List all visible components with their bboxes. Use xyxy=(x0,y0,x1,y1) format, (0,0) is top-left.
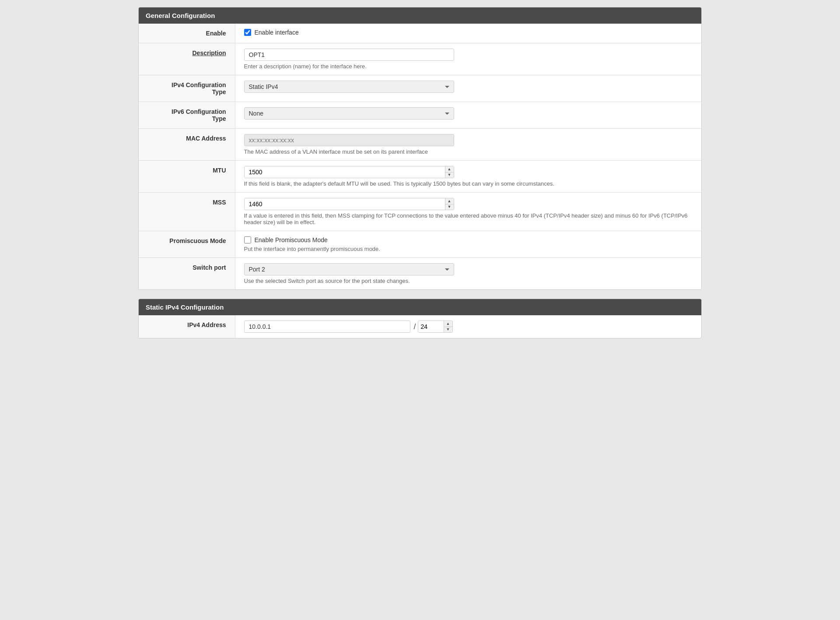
switch-port-label: Switch port xyxy=(139,258,235,290)
ipv4-address-input-row: / ▲ ▼ xyxy=(244,321,693,333)
description-help-text: Enter a description (name) for the inter… xyxy=(244,63,693,70)
enable-interface-checkbox[interactable] xyxy=(244,29,251,36)
static-ipv4-config-title: Static IPv4 Configuration xyxy=(146,303,224,311)
enable-row: Enable Enable interface xyxy=(139,24,701,43)
mss-row: MSS ▲ ▼ If a value is entered in this fi… xyxy=(139,193,701,231)
ipv4-config-type-label: IPv4 ConfigurationType xyxy=(139,75,235,102)
description-label: Description xyxy=(139,43,235,75)
static-ipv4-config-section: Static IPv4 Configuration IPv4 Address / xyxy=(138,299,702,338)
mtu-row: MTU ▲ ▼ If this field is blank, the adap… xyxy=(139,161,701,193)
switch-port-help-text: Use the selected Switch port as source f… xyxy=(244,278,693,284)
promiscuous-mode-help-text: Put the interface into permanently promi… xyxy=(244,246,693,252)
general-config-header: General Configuration xyxy=(139,7,701,24)
ipv4-config-type-value-cell: None Static IPv4 DHCP PPP PPPoE PPTP L2T… xyxy=(235,75,701,102)
promiscuous-checkbox-row: Enable Promiscuous Mode xyxy=(244,236,693,243)
promiscuous-mode-checkbox-label: Enable Promiscuous Mode xyxy=(255,236,328,243)
mss-label: MSS xyxy=(139,193,235,231)
mss-decrement-button[interactable]: ▼ xyxy=(445,204,454,210)
ipv6-config-type-select[interactable]: None Static IPv6 DHCPv6 SLAAC 6rd Tunnel… xyxy=(244,107,454,120)
description-input[interactable] xyxy=(244,49,454,61)
mss-input[interactable] xyxy=(245,198,445,210)
ipv4-config-type-row: IPv4 ConfigurationType None Static IPv4 … xyxy=(139,75,701,102)
enable-label: Enable xyxy=(139,24,235,43)
mac-address-label: MAC Address xyxy=(139,129,235,161)
cidr-increment-button[interactable]: ▲ xyxy=(444,321,452,327)
promiscuous-mode-row: Promiscuous Mode Enable Promiscuous Mode… xyxy=(139,231,701,258)
mtu-value-cell: ▲ ▼ If this field is blank, the adapter'… xyxy=(235,161,701,193)
cidr-decrement-button[interactable]: ▼ xyxy=(444,327,452,333)
mac-address-row: MAC Address The MAC address of a VLAN in… xyxy=(139,129,701,161)
ipv6-config-type-row: IPv6 ConfigurationType None Static IPv6 … xyxy=(139,102,701,129)
cidr-input[interactable] xyxy=(418,321,444,332)
mtu-help-text: If this field is blank, the adapter's de… xyxy=(244,180,693,187)
general-config-section: General Configuration Enable Enable inte… xyxy=(138,7,702,290)
cidr-spinner-buttons: ▲ ▼ xyxy=(444,321,452,332)
promiscuous-mode-checkbox[interactable] xyxy=(244,236,251,243)
mac-address-value-cell: The MAC address of a VLAN interface must… xyxy=(235,129,701,161)
cidr-spinner: ▲ ▼ xyxy=(418,321,453,333)
cidr-slash: / xyxy=(414,322,416,331)
general-config-table: Enable Enable interface Description Ente… xyxy=(139,24,701,289)
mac-address-input xyxy=(244,134,454,146)
switch-port-select[interactable]: Port 1 Port 2 Port 3 Port 4 xyxy=(244,263,454,275)
mtu-input[interactable] xyxy=(245,166,445,178)
enable-checkbox-row: Enable interface xyxy=(244,29,693,36)
mtu-label: MTU xyxy=(139,161,235,193)
enable-value-cell: Enable interface xyxy=(235,24,701,43)
ipv4-address-row: IPv4 Address / ▲ ▼ xyxy=(139,315,701,338)
mss-spinner: ▲ ▼ xyxy=(244,198,454,210)
switch-port-value-cell: Port 1 Port 2 Port 3 Port 4 Use the sele… xyxy=(235,258,701,290)
ipv4-address-label: IPv4 Address xyxy=(139,315,235,338)
mss-spinner-buttons: ▲ ▼ xyxy=(445,198,454,210)
mtu-increment-button[interactable]: ▲ xyxy=(445,166,454,173)
static-ipv4-config-header: Static IPv4 Configuration xyxy=(139,299,701,315)
general-config-title: General Configuration xyxy=(146,12,215,19)
enable-interface-label: Enable interface xyxy=(255,29,299,36)
cidr-wrap: / ▲ ▼ xyxy=(414,321,453,333)
ipv4-address-value-cell: / ▲ ▼ xyxy=(235,315,701,338)
ipv6-config-type-label: IPv6 ConfigurationType xyxy=(139,102,235,129)
switch-port-row: Switch port Port 1 Port 2 Port 3 Port 4 … xyxy=(139,258,701,290)
description-row: Description Enter a description (name) f… xyxy=(139,43,701,75)
mss-increment-button[interactable]: ▲ xyxy=(445,198,454,204)
promiscuous-mode-label: Promiscuous Mode xyxy=(139,231,235,258)
mtu-spinner: ▲ ▼ xyxy=(244,166,454,178)
description-value-cell: Enter a description (name) for the inter… xyxy=(235,43,701,75)
mss-help-text: If a value is entered in this field, the… xyxy=(244,212,693,225)
ipv4-config-type-select[interactable]: None Static IPv4 DHCP PPP PPPoE PPTP L2T… xyxy=(244,81,454,93)
mtu-spinner-buttons: ▲ ▼ xyxy=(445,166,454,178)
mss-value-cell: ▲ ▼ If a value is entered in this field,… xyxy=(235,193,701,231)
mac-address-help-text: The MAC address of a VLAN interface must… xyxy=(244,148,693,155)
ipv4-address-input[interactable] xyxy=(244,321,410,333)
promiscuous-mode-value-cell: Enable Promiscuous Mode Put the interfac… xyxy=(235,231,701,258)
ipv6-config-type-value-cell: None Static IPv6 DHCPv6 SLAAC 6rd Tunnel… xyxy=(235,102,701,129)
static-ipv4-config-table: IPv4 Address / ▲ ▼ xyxy=(139,315,701,338)
mtu-decrement-button[interactable]: ▼ xyxy=(445,173,454,178)
